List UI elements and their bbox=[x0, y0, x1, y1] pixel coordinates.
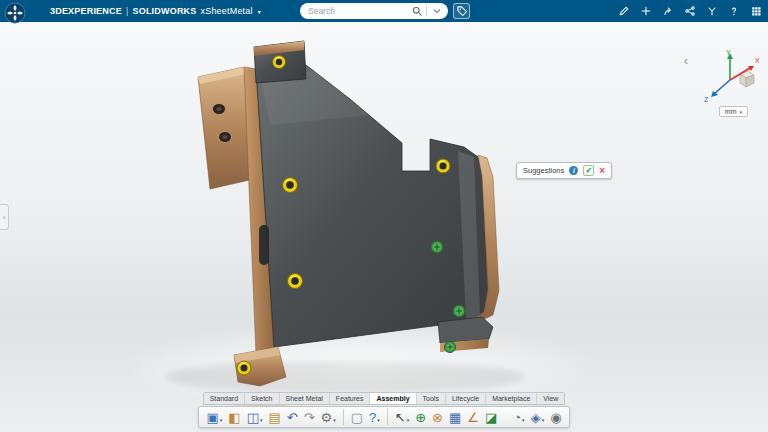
search-icon[interactable] bbox=[411, 5, 423, 17]
clipboard-icon: ▢ bbox=[351, 411, 363, 424]
collaboration-icon[interactable] bbox=[706, 5, 718, 17]
help-tool-icon: ? bbox=[369, 411, 376, 424]
dropdown-chevron-icon[interactable]: ▾ bbox=[333, 417, 336, 424]
tab-sketch[interactable]: Sketch bbox=[245, 393, 279, 404]
3d-viewport[interactable]: › ‹ Y X Z mm ▾ Suggest bbox=[0, 22, 768, 432]
tab-lifecycle[interactable]: Lifecycle bbox=[446, 393, 486, 404]
accept-suggestions-icon[interactable]: ✓ bbox=[583, 165, 594, 176]
tab-tools[interactable]: Tools bbox=[417, 393, 446, 404]
tab-features[interactable]: Features bbox=[330, 393, 371, 404]
dropdown-chevron-icon[interactable]: ▾ bbox=[522, 417, 525, 424]
search-box[interactable] bbox=[300, 3, 448, 19]
units-value: mm bbox=[725, 108, 737, 115]
measure-icon[interactable]: ∠ bbox=[465, 410, 481, 425]
toolbar-separator bbox=[387, 409, 388, 425]
application-window: 3DEXPERIENCE | SOLIDWORKS xSheetMetal ▾ bbox=[0, 0, 768, 432]
share-forward-icon[interactable] bbox=[662, 5, 674, 17]
toolbar-tabs: StandardSketchSheet MetalFeaturesAssembl… bbox=[203, 392, 566, 405]
save-icon: ◫ bbox=[247, 411, 259, 424]
select-icon[interactable]: ↖▾ bbox=[393, 410, 411, 425]
bottom-ui: StandardSketchSheet MetalFeaturesAssembl… bbox=[0, 392, 768, 428]
dropdown-chevron-icon[interactable]: ▾ bbox=[542, 417, 545, 424]
tab-assembly[interactable]: Assembly bbox=[370, 393, 416, 404]
clipboard-icon[interactable]: ▢ bbox=[349, 410, 365, 425]
units-dropdown[interactable]: mm ▾ bbox=[719, 106, 748, 117]
fastener-icon[interactable]: ⊗ bbox=[430, 410, 445, 425]
toolbar-separator bbox=[343, 409, 344, 425]
open-icon[interactable]: ▤ bbox=[266, 410, 282, 425]
y-axis-label: Y bbox=[726, 49, 731, 56]
left-panel-expander[interactable]: › bbox=[0, 204, 9, 230]
brand-separator: | bbox=[126, 6, 129, 16]
mate-icon: ⊕ bbox=[415, 411, 426, 424]
add-icon[interactable] bbox=[640, 5, 652, 17]
search-input[interactable] bbox=[308, 6, 411, 16]
apps-grid-icon[interactable] bbox=[750, 5, 762, 17]
search-options-chevron[interactable] bbox=[431, 5, 443, 17]
view-orientation-icon[interactable]: ◈▾ bbox=[529, 410, 547, 425]
dropdown-chevron-icon[interactable]: ▾ bbox=[260, 417, 263, 424]
component-tools-icon[interactable]: ▣▾ bbox=[205, 410, 225, 425]
suggestions-label: Suggestions bbox=[523, 166, 564, 175]
redo-icon[interactable]: ↷ bbox=[302, 410, 317, 425]
undo-icon[interactable]: ↶ bbox=[285, 410, 300, 425]
search-area bbox=[300, 3, 470, 19]
compass-icon[interactable] bbox=[4, 2, 26, 24]
redo-icon: ↷ bbox=[304, 411, 315, 424]
dropdown-chevron-icon[interactable]: ▾ bbox=[407, 417, 410, 424]
close-suggestions-icon[interactable]: × bbox=[599, 166, 605, 176]
share-network-icon[interactable] bbox=[684, 5, 696, 17]
display-style-icon[interactable]: ◔▾ bbox=[511, 410, 526, 425]
camera-icon[interactable]: ◉ bbox=[548, 410, 563, 425]
section-view-icon: ◪ bbox=[485, 411, 497, 424]
suggestions-panel: Suggestions i ✓ × bbox=[516, 162, 612, 179]
settings-icon[interactable]: ⚙▾ bbox=[319, 410, 338, 425]
save-icon[interactable]: ◫▾ bbox=[245, 410, 265, 425]
tag-icon[interactable] bbox=[453, 3, 470, 19]
help-icon[interactable] bbox=[728, 5, 740, 17]
right-panel-collapse[interactable]: ‹ bbox=[684, 54, 688, 67]
units-chevron-icon: ▾ bbox=[739, 109, 742, 115]
search-divider bbox=[426, 6, 427, 16]
sheet-metal-part[interactable] bbox=[140, 25, 570, 415]
z-axis-label: Z bbox=[704, 96, 709, 103]
view-orientation-icon: ◈ bbox=[531, 411, 541, 424]
app-title: 3DEXPERIENCE | SOLIDWORKS xSheetMetal ▾ bbox=[50, 0, 261, 22]
platform-name: 3DEXPERIENCE bbox=[50, 6, 122, 16]
pattern-icon: ▦ bbox=[449, 411, 461, 424]
x-axis-label: X bbox=[755, 57, 760, 64]
topbar-actions bbox=[618, 0, 762, 22]
tab-marketplace[interactable]: Marketplace bbox=[486, 393, 537, 404]
tab-view[interactable]: View bbox=[537, 393, 564, 404]
insert-component-icon[interactable]: ◧ bbox=[226, 410, 242, 425]
display-style-icon: ◔ bbox=[513, 411, 521, 424]
tab-standard[interactable]: Standard bbox=[204, 393, 245, 404]
camera-icon: ◉ bbox=[550, 411, 561, 424]
undo-icon: ↶ bbox=[287, 411, 298, 424]
product-name: SOLIDWORKS bbox=[132, 6, 196, 16]
dropdown-chevron-icon[interactable]: ▾ bbox=[220, 417, 223, 424]
app-switcher-chevron[interactable]: ▾ bbox=[258, 8, 261, 15]
top-bar: 3DEXPERIENCE | SOLIDWORKS xSheetMetal ▾ bbox=[0, 0, 768, 22]
measure-icon: ∠ bbox=[467, 411, 479, 424]
action-bar: ▣▾◧◫▾▤↶↷⚙▾▢?▾↖▾⊕⊗▦∠◪◔▾◈▾◉ bbox=[198, 406, 571, 428]
tab-sheet-metal[interactable]: Sheet Metal bbox=[280, 393, 330, 404]
mate-icon[interactable]: ⊕ bbox=[413, 410, 428, 425]
component-tools-icon: ▣ bbox=[207, 411, 219, 424]
pattern-icon[interactable]: ▦ bbox=[447, 410, 463, 425]
ink-pen-icon[interactable] bbox=[618, 5, 630, 17]
settings-icon: ⚙ bbox=[321, 411, 333, 424]
section-view-icon[interactable]: ◪ bbox=[483, 410, 499, 425]
orientation-triad[interactable]: Y X Z bbox=[700, 46, 762, 108]
open-icon: ▤ bbox=[268, 411, 280, 424]
fastener-icon: ⊗ bbox=[432, 411, 443, 424]
info-icon[interactable]: i bbox=[569, 166, 578, 175]
help-tool-icon[interactable]: ?▾ bbox=[367, 410, 382, 425]
dropdown-chevron-icon[interactable]: ▾ bbox=[377, 417, 380, 424]
insert-component-icon: ◧ bbox=[228, 411, 240, 424]
select-icon: ↖ bbox=[395, 411, 406, 424]
app-name: xSheetMetal bbox=[200, 6, 252, 16]
